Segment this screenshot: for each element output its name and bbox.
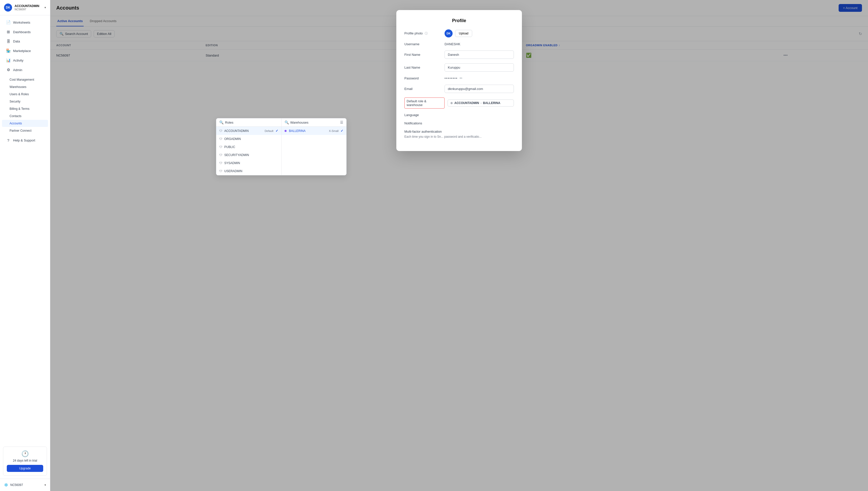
role-item-accountadmin[interactable]: 🛡 ACCOUNTADMIN Default ✓	[216, 127, 281, 135]
sidebar-item-help-label: Help & Support	[13, 139, 35, 142]
sidebar-user-name: ACCOUNTADMIN	[14, 4, 42, 8]
warehouse-ballerina-name: BALLERINA	[289, 129, 327, 133]
sidebar-item-warehouses[interactable]: Warehouses	[2, 83, 48, 90]
default-role-label: Default role & warehouse	[404, 97, 444, 109]
email-row: Email	[404, 85, 514, 93]
sidebar-item-billing-terms[interactable]: Billing & Terms	[2, 105, 48, 112]
trial-clock-icon: 🕐	[7, 450, 43, 457]
sidebar-user-info: ACCOUNTADMIN NC56097	[14, 4, 42, 11]
role-warehouse-dropdown: 🔍 🛡 ACCOUNTADMIN Default ✓ 🛡 ORGADMIN	[216, 118, 347, 175]
selected-warehouse-chip: BALLERINA	[483, 101, 500, 105]
password-label: Password	[404, 77, 444, 80]
mfa-row: Multi-factor authentication Each time yo…	[404, 129, 514, 139]
role-public-name: PUBLIC	[224, 145, 278, 149]
trial-text: 24 days left in trial	[7, 459, 43, 462]
role-shield-icon-3: 🛡	[219, 145, 222, 149]
role-shield-icon-2: 🛡	[219, 137, 222, 141]
roles-search: 🔍	[216, 118, 281, 127]
list-view-icon[interactable]: ☰	[340, 120, 343, 124]
sidebar-item-activity[interactable]: 📊 Activity	[2, 56, 48, 65]
sidebar-user-chevron[interactable]: ▾	[44, 6, 46, 9]
username-row: Username DANESHK	[404, 42, 514, 46]
modal-title: Profile	[404, 18, 514, 23]
role-shield-icon: 🛡	[219, 129, 222, 133]
role-sysadmin-name: SYSADMIN	[224, 161, 278, 165]
sidebar: DK ACCOUNTADMIN NC56097 ▾ 📄 Worksheets ⊞…	[0, 0, 50, 491]
sidebar-item-worksheets[interactable]: 📄 Worksheets	[2, 18, 48, 27]
warehouse-item-ballerina[interactable]: BALLERINA X-Small ✓	[282, 127, 347, 135]
role-shield-icon-4: 🛡	[219, 153, 222, 157]
sidebar-item-dashboards-label: Dashboards	[13, 30, 31, 34]
sidebar-item-activity-label: Activity	[13, 59, 23, 62]
last-name-row: Last Name	[404, 63, 514, 71]
profile-photo-label: Profile photo ⓘ	[404, 31, 444, 36]
avatar-upload-area: DK Upload	[444, 29, 514, 37]
notifications-row: Notifications	[404, 121, 514, 125]
dropdown-columns: 🔍 🛡 ACCOUNTADMIN Default ✓ 🛡 ORGADMIN	[216, 118, 346, 175]
help-icon: ?	[6, 138, 10, 142]
selected-role-chip: ACCOUNTADMIN	[454, 101, 479, 105]
first-name-input[interactable]	[444, 51, 514, 59]
sidebar-account-id: NC56097	[14, 8, 42, 11]
role-item-public[interactable]: 🛡 PUBLIC	[216, 143, 281, 151]
sidebar-nav: 📄 Worksheets ⊞ Dashboards 🗄 Data 🏪 Marke…	[0, 15, 50, 443]
warehouse-ballerina-check: ✓	[341, 129, 343, 133]
role-item-securityadmin[interactable]: 🛡 SECURITYADMIN	[216, 151, 281, 159]
dashboards-icon: ⊞	[6, 30, 10, 34]
admin-icon: ⚙	[6, 67, 10, 72]
role-orgadmin-name: ORGADMIN	[224, 137, 278, 141]
sidebar-footer[interactable]: ❄ NC56097 ▾	[0, 479, 50, 491]
role-securityadmin-name: SECURITYADMIN	[224, 153, 278, 157]
activity-icon: 📊	[6, 58, 10, 63]
default-role-row: Default role & warehouse ⊕ ACCOUNTADMIN …	[404, 97, 514, 109]
photo-help-icon: ⓘ	[425, 32, 428, 35]
warehouses-search: 🔍 ☰	[282, 118, 347, 127]
role-useradmin-name: USERADMIN	[224, 169, 278, 173]
last-name-input[interactable]	[444, 63, 514, 71]
footer-account-id: NC56097	[10, 483, 42, 487]
roles-search-input[interactable]	[225, 121, 278, 124]
sidebar-item-marketplace[interactable]: 🏪 Marketplace	[2, 46, 48, 55]
username-value: DANESHK	[444, 42, 460, 46]
sidebar-item-accounts[interactable]: Accounts	[2, 120, 48, 127]
profile-avatar: DK	[444, 29, 453, 37]
footer-chevron[interactable]: ▾	[44, 483, 46, 487]
sidebar-item-security[interactable]: Security	[2, 98, 48, 105]
sidebar-item-data[interactable]: 🗄 Data	[2, 37, 48, 46]
sidebar-header[interactable]: DK ACCOUNTADMIN NC56097 ▾	[0, 0, 50, 15]
upgrade-button[interactable]: Upgrade	[7, 465, 43, 472]
role-item-useradmin[interactable]: 🛡 USERADMIN	[216, 167, 281, 175]
role-accountadmin-tag: Default	[265, 129, 274, 133]
trial-banner: 🕐 24 days left in trial Upgrade	[3, 446, 47, 476]
role-shield-icon-5: 🛡	[219, 161, 222, 165]
email-input[interactable]	[444, 85, 514, 93]
sidebar-item-admin[interactable]: ⚙ Admin	[2, 65, 48, 75]
first-name-label: First Name	[404, 53, 444, 57]
role-item-orgadmin[interactable]: 🛡 ORGADMIN	[216, 135, 281, 143]
last-name-label: Last Name	[404, 65, 444, 69]
worksheets-icon: 📄	[6, 20, 10, 25]
sidebar-item-contacts[interactable]: Contacts	[2, 113, 48, 120]
upload-button[interactable]: Upload	[455, 30, 472, 37]
modal-overlay: Profile Profile photo ⓘ DK Upload Userna…	[50, 0, 868, 491]
roles-search-icon: 🔍	[219, 120, 223, 124]
password-edit-icon[interactable]: ✏	[460, 76, 463, 80]
roles-column: 🔍 🛡 ACCOUNTADMIN Default ✓ 🛡 ORGADMIN	[216, 118, 282, 175]
role-item-sysadmin[interactable]: 🛡 SYSADMIN	[216, 159, 281, 167]
sidebar-item-data-label: Data	[13, 39, 20, 43]
sidebar-item-cost-management[interactable]: Cost Management	[2, 76, 48, 83]
sidebar-item-dashboards[interactable]: ⊞ Dashboards	[2, 27, 48, 36]
sidebar-item-partner-connect[interactable]: Partner Connect	[2, 127, 48, 134]
username-label: Username	[404, 42, 444, 46]
mfa-label: Multi-factor authentication	[404, 129, 514, 134]
sidebar-item-admin-label: Admin	[13, 68, 22, 72]
sidebar-item-help[interactable]: ? Help & Support	[2, 136, 48, 145]
role-warehouse-selector[interactable]: ⊕ ACCOUNTADMIN • BALLERINA	[447, 99, 514, 107]
sidebar-item-worksheets-label: Worksheets	[13, 21, 30, 24]
password-dots: ••••••••	[444, 77, 458, 80]
warehouses-search-input[interactable]	[290, 121, 339, 124]
role-accountadmin-check: ✓	[276, 129, 278, 133]
sidebar-item-users-roles[interactable]: Users & Roles	[2, 91, 48, 98]
marketplace-icon: 🏪	[6, 49, 10, 53]
role-icon: ⊕	[450, 101, 453, 105]
